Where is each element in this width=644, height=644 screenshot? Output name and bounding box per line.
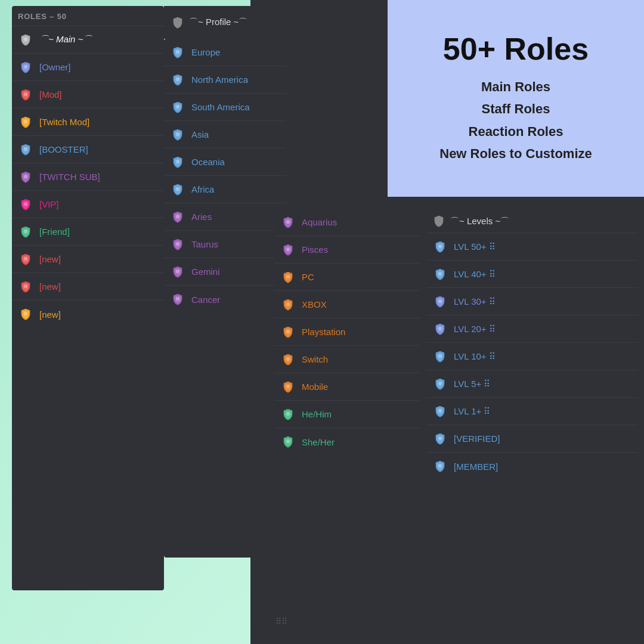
list-item[interactable]: [Twitch Mod] (12, 109, 164, 136)
list-item[interactable]: Mobile (274, 373, 420, 401)
list-item[interactable]: PC (274, 264, 420, 291)
list-item[interactable]: She/Her (274, 428, 420, 456)
col4-panel: ⌒~ Levels ~⌒ LVL 50+ ⠿ LVL 40+ ⠿ LVL 30+… (426, 209, 638, 638)
svg-point-36 (438, 408, 442, 412)
list-item[interactable]: Taurus (164, 231, 286, 258)
list-item[interactable]: [MEMBER] (426, 453, 638, 480)
col4-rows: LVL 50+ ⠿ LVL 40+ ⠿ LVL 30+ ⠿ LVL 20+ ⠿ … (426, 233, 638, 480)
profile-row: ⌒~ Profile ~⌒ (164, 6, 397, 39)
col1-panel: ROLES – 50 ⌒~ Main ~⌒ [Owner] [Mod] [Twi… (12, 6, 164, 590)
info-item-4: New Roles to Customize (439, 143, 592, 165)
svg-point-33 (438, 326, 442, 330)
list-item[interactable]: Playstation (274, 318, 420, 346)
list-item[interactable]: North America (164, 66, 286, 94)
list-item[interactable]: [new] (12, 246, 164, 273)
svg-point-0 (24, 37, 27, 41)
drag-handle: ⠿⠿ (275, 617, 287, 626)
svg-point-27 (286, 384, 290, 388)
list-item[interactable]: XBOX (274, 291, 420, 318)
info-panel: 50+ Roles Main Roles Staff Roles Reactio… (388, 0, 644, 197)
list-item[interactable]: LVL 1+ ⠿ (426, 398, 638, 425)
roles-count: ROLES – 50 (18, 12, 67, 21)
levels-header-row: ⌒~ Levels ~⌒ (426, 209, 638, 233)
svg-point-22 (286, 247, 290, 250)
list-item[interactable]: LVL 5+ ⠿ (426, 370, 638, 398)
svg-point-19 (176, 269, 179, 273)
svg-point-34 (438, 354, 442, 357)
list-item[interactable]: He/Him (274, 401, 420, 428)
svg-point-13 (176, 104, 179, 108)
svg-point-38 (438, 464, 442, 467)
list-item[interactable]: Gemini (164, 258, 286, 286)
svg-point-31 (438, 271, 442, 275)
svg-point-29 (286, 439, 290, 443)
list-item[interactable]: [VIP] (12, 191, 164, 218)
svg-point-20 (176, 297, 179, 301)
svg-point-14 (176, 132, 179, 135)
list-item[interactable]: Africa (164, 176, 286, 203)
list-item[interactable]: [new] (12, 301, 164, 328)
info-item-1: Main Roles (439, 76, 592, 98)
list-item[interactable]: ⌒~ Main ~⌒ (12, 26, 164, 54)
col2-rows: Europe North America South America Asia … (164, 39, 286, 313)
svg-point-21 (286, 219, 290, 223)
svg-point-17 (176, 214, 179, 218)
svg-point-32 (438, 299, 442, 302)
list-item[interactable]: South America (164, 94, 286, 121)
list-item[interactable]: [new] (12, 273, 164, 301)
list-item[interactable]: LVL 50+ ⠿ (426, 233, 638, 261)
list-item[interactable]: Asia (164, 121, 286, 148)
info-item-3: Reaction Roles (439, 120, 592, 143)
list-item[interactable]: Oceania (164, 148, 286, 176)
svg-point-7 (24, 229, 27, 233)
profile-label: ⌒~ Profile ~⌒ (189, 17, 247, 28)
list-item[interactable]: [BOOSTER] (12, 136, 164, 163)
list-item[interactable]: Pisces (274, 236, 420, 264)
roles-header: ROLES – 50 (12, 6, 164, 26)
col1-rows: ⌒~ Main ~⌒ [Owner] [Mod] [Twitch Mod] [B… (12, 26, 164, 328)
svg-point-35 (438, 381, 442, 385)
list-item[interactable]: [TWITCH SUB] (12, 163, 164, 191)
svg-point-16 (176, 187, 179, 190)
list-item[interactable]: LVL 20+ ⠿ (426, 315, 638, 343)
col2-panel: Europe North America South America Asia … (164, 39, 286, 558)
svg-point-30 (438, 244, 442, 247)
list-item[interactable]: LVL 30+ ⠿ (426, 288, 638, 315)
svg-point-10 (24, 312, 27, 315)
levels-header-label: ⌒~ Levels ~⌒ (450, 216, 509, 227)
svg-point-2 (24, 92, 27, 95)
list-item[interactable]: [Owner] (12, 54, 164, 81)
svg-point-18 (176, 242, 179, 245)
list-item[interactable]: [Friend] (12, 218, 164, 246)
svg-point-4 (24, 147, 27, 150)
list-item[interactable]: Europe (164, 39, 286, 66)
list-item[interactable]: Switch (274, 346, 420, 373)
info-item-2: Staff Roles (439, 98, 592, 120)
svg-point-37 (438, 436, 442, 439)
list-item[interactable]: [Mod] (12, 81, 164, 109)
svg-point-8 (24, 256, 27, 260)
info-list: Main Roles Staff Roles Reaction Roles Ne… (439, 76, 592, 165)
list-item[interactable]: LVL 40+ ⠿ (426, 261, 638, 288)
list-item[interactable]: Aries (164, 203, 286, 231)
svg-point-23 (286, 274, 290, 278)
svg-point-9 (24, 284, 27, 287)
list-item[interactable]: LVL 10+ ⠿ (426, 343, 638, 370)
list-item[interactable]: [VERIFIED] (426, 425, 638, 453)
col3-rows: Aquarius Pisces PC XBOX Playstation Swit… (274, 209, 420, 456)
svg-point-24 (286, 302, 290, 305)
svg-point-15 (176, 159, 179, 163)
shield-icon-levels (432, 215, 445, 228)
svg-point-12 (176, 77, 179, 80)
list-item[interactable]: Cancer (164, 286, 286, 313)
svg-point-11 (176, 49, 179, 53)
shield-icon-profile (171, 16, 184, 29)
svg-point-26 (286, 357, 290, 360)
svg-point-1 (24, 64, 27, 68)
svg-point-6 (24, 202, 27, 205)
svg-point-28 (286, 411, 290, 415)
svg-point-5 (24, 174, 27, 178)
list-item[interactable]: Aquarius (274, 209, 420, 236)
col3-panel: Aquarius Pisces PC XBOX Playstation Swit… (274, 209, 420, 638)
info-title: 50+ Roles (443, 32, 589, 66)
